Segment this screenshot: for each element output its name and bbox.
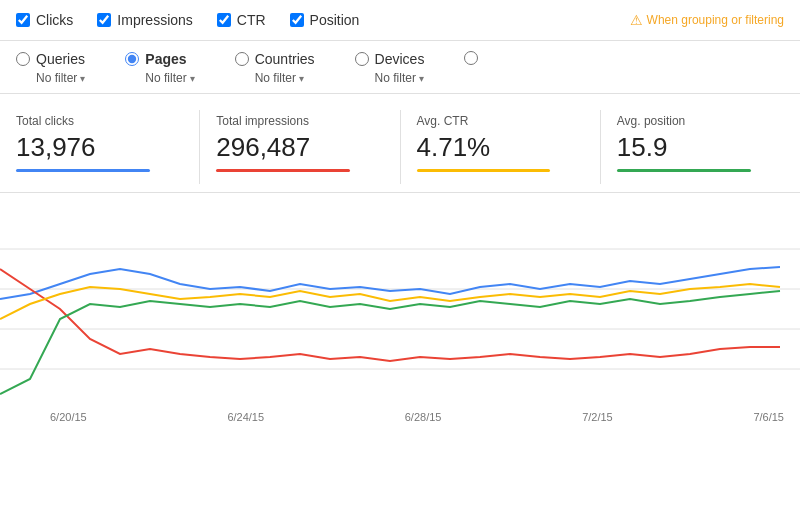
devices-filter[interactable]: No filter ▾ <box>375 71 424 85</box>
total-impressions-line <box>216 169 350 172</box>
warning-message: When grouping or filtering <box>647 13 784 27</box>
impressions-checkbox[interactable]: Impressions <box>97 12 192 28</box>
position-checkbox-input[interactable] <box>290 13 304 27</box>
total-impressions-title: Total impressions <box>216 114 383 128</box>
queries-radio[interactable] <box>16 52 30 66</box>
pages-radio-label[interactable]: Pages <box>145 51 186 67</box>
warning-text: ⚠ When grouping or filtering <box>630 12 784 28</box>
devices-radio-label[interactable]: Devices <box>375 51 425 67</box>
position-label: Position <box>310 12 360 28</box>
pages-filter-text: No filter <box>145 71 186 85</box>
devices-filter-arrow: ▾ <box>419 73 424 84</box>
avg-ctr-card: Avg. CTR 4.71% <box>401 110 601 184</box>
chart-svg <box>0 209 800 409</box>
ctr-label: CTR <box>237 12 266 28</box>
ctr-checkbox-input[interactable] <box>217 13 231 27</box>
pages-filter-arrow: ▾ <box>190 73 195 84</box>
queries-filter-arrow: ▾ <box>80 73 85 84</box>
countries-group: Countries No filter ▾ <box>235 51 315 85</box>
countries-radio[interactable] <box>235 52 249 66</box>
queries-group: Queries No filter ▾ <box>16 51 85 85</box>
avg-ctr-line <box>417 169 551 172</box>
ctr-checkbox[interactable]: CTR <box>217 12 266 28</box>
clicks-label: Clicks <box>36 12 73 28</box>
pages-filter[interactable]: No filter ▾ <box>145 71 194 85</box>
impressions-label: Impressions <box>117 12 192 28</box>
x-label-1: 6/24/15 <box>227 411 264 423</box>
devices-group: Devices No filter ▾ <box>355 51 425 85</box>
x-label-0: 6/20/15 <box>50 411 87 423</box>
countries-radio-label[interactable]: Countries <box>255 51 315 67</box>
countries-filter-text: No filter <box>255 71 296 85</box>
impressions-checkbox-input[interactable] <box>97 13 111 27</box>
queries-filter[interactable]: No filter ▾ <box>36 71 85 85</box>
chart-area: 6/20/15 6/24/15 6/28/15 7/2/15 7/6/15 <box>0 193 800 423</box>
avg-position-value: 15.9 <box>617 132 784 163</box>
avg-ctr-value: 4.71% <box>417 132 584 163</box>
chart-container <box>0 209 800 409</box>
clicks-checkbox[interactable]: Clicks <box>16 12 73 28</box>
avg-position-title: Avg. position <box>617 114 784 128</box>
clicks-checkbox-input[interactable] <box>16 13 30 27</box>
x-label-2: 6/28/15 <box>405 411 442 423</box>
radio-row: Queries No filter ▾ Pages No filter ▾ Co… <box>0 41 800 94</box>
avg-ctr-title: Avg. CTR <box>417 114 584 128</box>
total-clicks-value: 13,976 <box>16 132 183 163</box>
queries-radio-label[interactable]: Queries <box>36 51 85 67</box>
avg-position-card: Avg. position 15.9 <box>601 110 800 184</box>
countries-filter-arrow: ▾ <box>299 73 304 84</box>
x-label-4: 7/6/15 <box>753 411 784 423</box>
extra-radio[interactable] <box>464 51 478 65</box>
x-axis-labels: 6/20/15 6/24/15 6/28/15 7/2/15 7/6/15 <box>0 409 800 423</box>
total-clicks-line <box>16 169 150 172</box>
warning-icon: ⚠ <box>630 12 643 28</box>
position-checkbox[interactable]: Position <box>290 12 360 28</box>
total-impressions-value: 296,487 <box>216 132 383 163</box>
x-label-3: 7/2/15 <box>582 411 613 423</box>
extra-group <box>464 51 478 65</box>
countries-filter[interactable]: No filter ▾ <box>255 71 304 85</box>
devices-filter-text: No filter <box>375 71 416 85</box>
total-clicks-title: Total clicks <box>16 114 183 128</box>
metrics-row: Total clicks 13,976 Total impressions 29… <box>0 94 800 193</box>
devices-radio[interactable] <box>355 52 369 66</box>
total-clicks-card: Total clicks 13,976 <box>0 110 200 184</box>
avg-position-line <box>617 169 751 172</box>
checkbox-row: Clicks Impressions CTR Position ⚠ When g… <box>0 0 800 41</box>
pages-radio[interactable] <box>125 52 139 66</box>
pages-group: Pages No filter ▾ <box>125 51 194 85</box>
queries-filter-text: No filter <box>36 71 77 85</box>
total-impressions-card: Total impressions 296,487 <box>200 110 400 184</box>
position-line <box>0 291 780 394</box>
